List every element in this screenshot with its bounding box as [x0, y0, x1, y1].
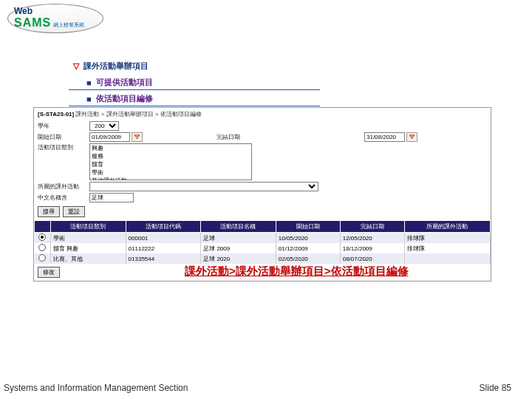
chiname-label: 中文名稱含 — [38, 194, 89, 202]
end-date-label: 完結日期 — [216, 133, 364, 141]
year-label: 學年 — [38, 122, 89, 130]
bullet-icon: ■ — [86, 95, 92, 103]
table-header: 活動項目類別 活動項目代碼 活動項目名稱 開始日期 完結日期 所屬的課外活動 — [35, 221, 491, 233]
logo-sams: SAMS — [14, 16, 51, 29]
row-radio[interactable] — [38, 254, 46, 262]
edit-button[interactable]: 修改 — [38, 267, 60, 278]
bullet-icon: ■ — [86, 78, 92, 87]
breadcrumb: [S-STA23-01] 課外活動 > 課外活動舉辦項目 > 依活動項目編修 — [34, 108, 491, 120]
logo-sub: 網上校管系統 — [53, 22, 84, 27]
nav-level2[interactable]: ■ 可提供活動項目 — [69, 75, 320, 90]
slide-number: Slide 85 — [480, 383, 511, 393]
breadcrumb-path: 課外活動 > 課外活動舉辦項目 > 依活動項目編修 — [75, 111, 201, 117]
results-table: 活動項目類別 活動項目代碼 活動項目名稱 開始日期 完結日期 所屬的課外活動 學… — [34, 220, 491, 264]
triangle-icon: ▽ — [73, 61, 79, 71]
start-date-label: 開始日期 — [38, 133, 89, 141]
calendar-icon[interactable]: 📅 — [132, 132, 143, 142]
logo-web: Web — [14, 6, 33, 16]
chiname-input[interactable] — [89, 193, 134, 202]
nav-level3-label: 依活動項目編修 — [96, 93, 153, 104]
end-date-input[interactable] — [364, 132, 405, 142]
calendar-icon[interactable]: 📅 — [406, 132, 417, 142]
start-date-input[interactable] — [89, 132, 130, 142]
form-panel: [S-STA23-01] 課外活動 > 課外活動舉辦項目 > 依活動項目編修 學… — [33, 107, 491, 282]
table-row[interactable]: 體育 興趣 01112222 足球 2009 01/12/2009 18/12/… — [35, 243, 491, 253]
row-radio[interactable] — [38, 244, 46, 251]
cat-label: 活動項目類別 — [38, 143, 89, 151]
reset-button[interactable]: 重設 — [63, 206, 85, 217]
footer-text: Systems and Information Management Secti… — [4, 383, 188, 393]
year-select[interactable]: 2009 — [89, 121, 119, 131]
path-highlight: 課外活動>課外活動舉辦項目>依活動項目編修 — [185, 265, 409, 279]
extra-select[interactable] — [89, 182, 318, 191]
nav-level1[interactable]: ▽ 課外活動舉辦項目 — [69, 59, 320, 73]
table-row[interactable]: 比賽、其他 01335544 足球 2020 02/05/2020 08/07/… — [35, 253, 491, 264]
logo: Web SAMS 網上校管系統 — [7, 4, 103, 33]
extra-label: 所屬的課外活動 — [38, 183, 89, 191]
nav-level2-label: 可提供活動項目 — [96, 77, 153, 88]
screen-code: [S-STA23-01] — [38, 111, 74, 117]
category-listbox[interactable]: 興趣 服務 體育 學術 其他課外活動 — [89, 143, 252, 180]
search-button[interactable]: 搜尋 — [38, 206, 60, 217]
nav-level3[interactable]: ■ 依活動項目編修 — [69, 92, 320, 106]
row-radio[interactable] — [38, 233, 46, 241]
table-row[interactable]: 學術 000001 足球 10/05/2020 12/05/2020 排球隊 — [35, 233, 491, 244]
nav-level1-label: 課外活動舉辦項目 — [83, 61, 149, 72]
